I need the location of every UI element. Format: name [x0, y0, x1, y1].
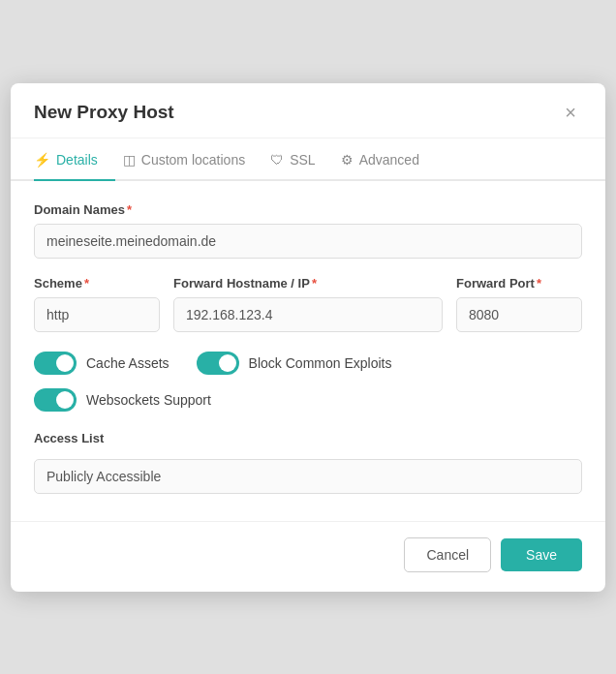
forward-hostname-input[interactable] — [173, 297, 443, 332]
websockets-label: Websockets Support — [86, 392, 211, 408]
forward-port-field: Forward Port* — [456, 276, 582, 332]
tab-details[interactable]: ⚡ Details — [34, 138, 115, 181]
block-exploits-label: Block Common Exploits — [249, 355, 392, 371]
cancel-button[interactable]: Cancel — [404, 537, 491, 572]
modal-title: New Proxy Host — [34, 102, 174, 123]
tab-ssl-label: SSL — [290, 152, 315, 168]
websockets-slider — [34, 388, 77, 412]
access-list-section: Access List — [34, 431, 582, 494]
forward-port-label: Forward Port* — [456, 276, 582, 291]
scheme-field: Scheme* — [34, 276, 160, 332]
modal: New Proxy Host × ⚡ Details ◫ Custom loca… — [11, 83, 605, 592]
block-exploits-toggle[interactable] — [197, 352, 239, 375]
modal-header: New Proxy Host × — [11, 83, 605, 138]
modal-footer: Cancel Save — [11, 521, 605, 592]
forward-hostname-label: Forward Hostname / IP* — [173, 276, 443, 291]
domain-names-input[interactable] — [34, 224, 582, 259]
domain-names-field: Domain Names* — [34, 202, 582, 259]
access-list-input[interactable] — [34, 459, 582, 494]
advanced-icon: ⚙ — [341, 152, 354, 168]
scheme-input[interactable] — [34, 297, 160, 332]
websockets-toggle[interactable] — [34, 388, 77, 412]
save-button[interactable]: Save — [501, 538, 582, 571]
close-button[interactable]: × — [559, 101, 582, 124]
forward-hostname-field: Forward Hostname / IP* — [173, 276, 443, 332]
cache-assets-toggle[interactable] — [34, 352, 77, 375]
cache-assets-slider — [34, 352, 77, 375]
block-exploits-slider — [197, 352, 239, 375]
tab-advanced[interactable]: ⚙ Advanced — [341, 138, 437, 181]
ssl-icon: 🛡 — [270, 152, 284, 168]
toggle-row-2: Websockets Support — [34, 388, 582, 412]
toggle-row-1: Cache Assets Block Common Exploits — [34, 352, 582, 375]
tab-custom-locations-label: Custom locations — [141, 152, 245, 168]
scheme-label: Scheme* — [34, 276, 160, 291]
scheme-hostname-port-row: Scheme* Forward Hostname / IP* Forward P… — [34, 276, 582, 332]
tabs-bar: ⚡ Details ◫ Custom locations 🛡 SSL ⚙ Adv… — [11, 138, 605, 181]
cache-assets-label: Cache Assets — [86, 355, 169, 371]
websockets-toggle-item: Websockets Support — [34, 388, 211, 412]
domain-names-label: Domain Names* — [34, 202, 582, 217]
tab-advanced-label: Advanced — [359, 152, 419, 168]
modal-overlay: New Proxy Host × ⚡ Details ◫ Custom loca… — [0, 0, 616, 674]
details-icon: ⚡ — [34, 152, 50, 168]
access-list-label: Access List — [34, 431, 582, 445]
custom-locations-icon: ◫ — [123, 152, 136, 168]
block-exploits-toggle-item: Block Common Exploits — [197, 352, 392, 375]
cache-assets-toggle-item: Cache Assets — [34, 352, 169, 375]
forward-port-input[interactable] — [456, 297, 582, 332]
modal-body: Domain Names* Scheme* Forward Hostname /… — [11, 181, 605, 511]
tab-ssl[interactable]: 🛡 SSL — [270, 138, 332, 181]
tab-custom-locations[interactable]: ◫ Custom locations — [123, 138, 262, 181]
tab-details-label: Details — [56, 152, 98, 168]
